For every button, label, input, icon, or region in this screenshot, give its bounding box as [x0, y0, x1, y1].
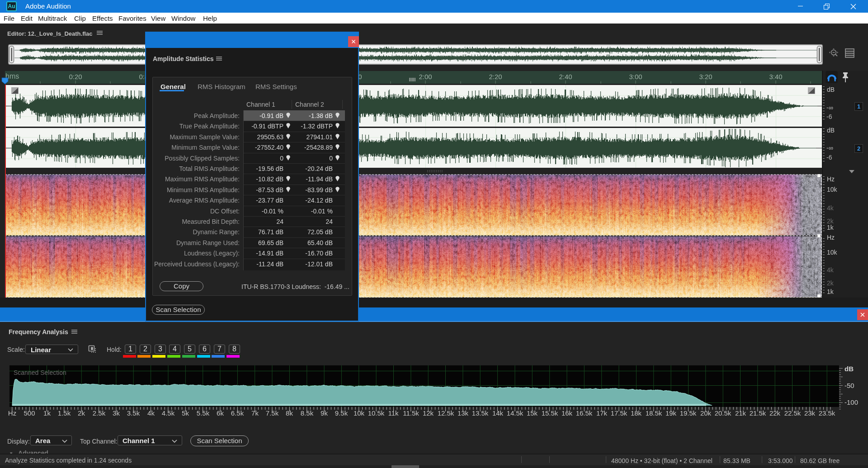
svg-text:14k: 14k — [492, 409, 504, 417]
svg-text:16k: 16k — [561, 409, 573, 417]
svg-text:-100: -100 — [844, 398, 858, 406]
svg-text:0:20: 0:20 — [69, 73, 82, 80]
svg-text:19.5k: 19.5k — [680, 409, 697, 417]
svg-text:3k: 3k — [113, 409, 120, 417]
svg-text:22.5k: 22.5k — [784, 409, 801, 417]
svg-text:18k: 18k — [631, 409, 642, 417]
svg-text:20.5k: 20.5k — [715, 409, 731, 417]
svg-text:23k: 23k — [804, 409, 816, 417]
svg-text:2:20: 2:20 — [489, 73, 502, 80]
svg-text:16.5k: 16.5k — [576, 409, 593, 417]
svg-text:13.5k: 13.5k — [472, 409, 489, 417]
svg-text:Hz: Hz — [8, 409, 16, 417]
svg-text:15.5k: 15.5k — [542, 409, 558, 417]
svg-text:11k: 11k — [388, 409, 399, 417]
svg-text:22k: 22k — [769, 409, 781, 417]
svg-text:Scanned Selection: Scanned Selection — [14, 369, 66, 376]
svg-text:2k: 2k — [78, 409, 85, 417]
svg-text:2:40: 2:40 — [559, 73, 572, 80]
svg-text:18.5k: 18.5k — [646, 409, 662, 417]
svg-text:5k: 5k — [182, 409, 189, 417]
svg-text:14.5k: 14.5k — [507, 409, 524, 417]
svg-text:8k: 8k — [286, 409, 293, 417]
svg-text:19k: 19k — [665, 409, 677, 417]
svg-text:2.5k: 2.5k — [93, 409, 106, 417]
svg-text:dB: dB — [844, 365, 854, 373]
svg-text:5.5k: 5.5k — [197, 409, 210, 417]
svg-text:21k: 21k — [735, 409, 746, 417]
svg-text:7k: 7k — [251, 409, 259, 417]
svg-text:6k: 6k — [217, 409, 224, 417]
svg-text:3.5k: 3.5k — [127, 409, 140, 417]
svg-text:1.5k: 1.5k — [58, 409, 71, 417]
svg-text:8.5k: 8.5k — [301, 409, 314, 417]
svg-text:17k: 17k — [596, 409, 608, 417]
svg-text:12.5k: 12.5k — [438, 409, 454, 417]
svg-text:-50: -50 — [844, 382, 854, 389]
svg-text:4.5k: 4.5k — [162, 409, 175, 417]
svg-text:7.5k: 7.5k — [266, 409, 279, 417]
svg-text:23.5k: 23.5k — [819, 409, 835, 417]
svg-text:10k: 10k — [354, 409, 365, 417]
svg-text:3:20: 3:20 — [699, 73, 712, 80]
svg-text:12k: 12k — [423, 409, 434, 417]
svg-text:20k: 20k — [700, 409, 712, 417]
svg-text:500: 500 — [24, 409, 35, 417]
svg-text:9k: 9k — [321, 409, 328, 417]
svg-text:4k: 4k — [147, 409, 155, 417]
svg-text:1k: 1k — [43, 409, 51, 417]
svg-text:15k: 15k — [527, 409, 538, 417]
svg-text:3:00: 3:00 — [629, 73, 642, 80]
svg-text:9.5k: 9.5k — [335, 409, 348, 417]
svg-text:13k: 13k — [458, 409, 469, 417]
svg-text:3:40: 3:40 — [769, 73, 782, 80]
svg-text:2:00: 2:00 — [419, 73, 432, 80]
svg-text:11.5k: 11.5k — [403, 409, 419, 417]
svg-text:17.5k: 17.5k — [611, 409, 627, 417]
svg-text:21.5k: 21.5k — [750, 409, 766, 417]
svg-text:10.5k: 10.5k — [368, 409, 385, 417]
svg-text:6.5k: 6.5k — [231, 409, 244, 417]
